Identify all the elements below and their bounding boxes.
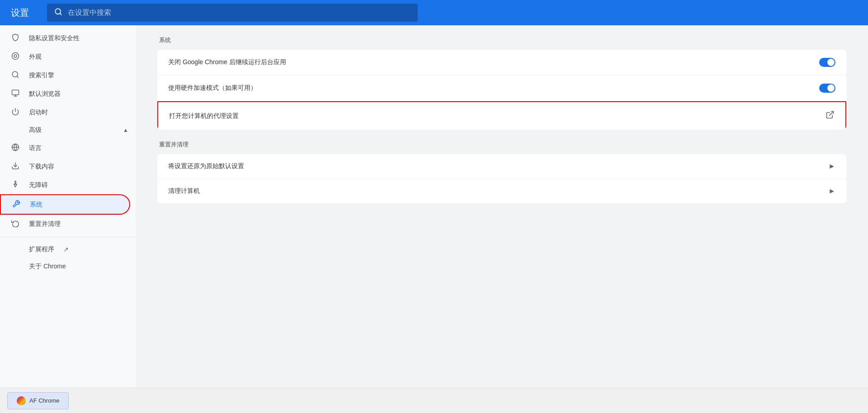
header: 设置 bbox=[0, 0, 868, 25]
sidebar-item-system[interactable]: 系统 bbox=[0, 194, 130, 215]
sidebar-divider bbox=[0, 237, 136, 237]
sidebar-item-search-label: 搜索引擎 bbox=[29, 71, 123, 80]
sidebar-item-system-label: 系统 bbox=[30, 201, 122, 209]
sidebar: 隐私设置和安全性 外观 搜索引擎 默认浏览器 启动时 bbox=[0, 25, 136, 388]
background-apps-label: 关闭 Google Chrome 后继续运行后台应用 bbox=[168, 58, 819, 66]
search-small-icon bbox=[11, 70, 20, 80]
sidebar-item-accessibility-label: 无障碍 bbox=[29, 181, 123, 189]
svg-line-5 bbox=[17, 76, 18, 77]
search-input[interactable] bbox=[68, 9, 410, 17]
restore-defaults-row[interactable]: 将设置还原为原始默认设置 ► bbox=[157, 154, 846, 179]
chrome-icon bbox=[17, 396, 26, 405]
svg-point-13 bbox=[15, 181, 16, 183]
sidebar-item-language[interactable]: 语言 bbox=[0, 139, 130, 157]
hardware-acceleration-label: 使用硬件加速模式（如果可用） bbox=[168, 84, 819, 92]
download-icon bbox=[11, 162, 20, 171]
background-apps-toggle[interactable] bbox=[819, 58, 835, 67]
restore-defaults-label: 将设置还原为原始默认设置 bbox=[168, 162, 828, 170]
sidebar-item-default-browser-label: 默认浏览器 bbox=[29, 90, 123, 98]
clean-computer-arrow: ► bbox=[828, 187, 835, 195]
sidebar-advanced-section[interactable]: 高级 ▲ bbox=[0, 122, 136, 139]
sidebar-link-about-label: 关于 Chrome bbox=[29, 263, 66, 271]
sidebar-item-search[interactable]: 搜索引擎 bbox=[0, 66, 130, 84]
reset-section-title: 重置并清理 bbox=[157, 141, 846, 149]
sidebar-item-reset[interactable]: 重置并清理 bbox=[0, 215, 130, 233]
sidebar-item-startup-label: 启动时 bbox=[29, 108, 123, 117]
sidebar-item-reset-label: 重置并清理 bbox=[29, 220, 123, 228]
sidebar-item-downloads[interactable]: 下载内容 bbox=[0, 157, 130, 176]
sidebar-link-about[interactable]: 关于 Chrome bbox=[0, 258, 136, 275]
browser-icon bbox=[11, 89, 20, 99]
toggle-on[interactable] bbox=[819, 58, 835, 67]
external-link-icon bbox=[826, 112, 835, 121]
toggle-on-2[interactable] bbox=[819, 84, 835, 93]
proxy-row[interactable]: 打开您计算机的代理设置 bbox=[157, 101, 846, 130]
clean-computer-label: 清理计算机 bbox=[168, 187, 828, 195]
main-content: 系统 关闭 Google Chrome 后继续运行后台应用 使用硬件加速模式（如… bbox=[136, 25, 868, 388]
proxy-external-link[interactable] bbox=[826, 110, 835, 122]
taskbar-app-chrome[interactable]: AF Chrome bbox=[7, 392, 69, 409]
sidebar-link-extensions[interactable]: 扩展程序 ↗ bbox=[0, 241, 136, 258]
svg-line-1 bbox=[60, 13, 61, 14]
background-apps-row[interactable]: 关闭 Google Chrome 后继续运行后台应用 bbox=[157, 50, 846, 75]
page-title: 设置 bbox=[11, 7, 29, 19]
body: 隐私设置和安全性 外观 搜索引擎 默认浏览器 启动时 bbox=[0, 25, 868, 388]
taskbar: AF Chrome bbox=[0, 388, 868, 413]
sidebar-advanced-label: 高级 bbox=[29, 126, 114, 134]
power-icon bbox=[11, 108, 20, 117]
sidebar-item-privacy[interactable]: 隐私设置和安全性 bbox=[0, 29, 130, 47]
shield-icon bbox=[11, 33, 20, 43]
clean-computer-row[interactable]: 清理计算机 ► bbox=[157, 179, 846, 203]
sidebar-item-default-browser[interactable]: 默认浏览器 bbox=[0, 84, 130, 103]
wrench-icon bbox=[12, 200, 21, 209]
system-section-title: 系统 bbox=[157, 36, 846, 44]
search-bar[interactable] bbox=[47, 4, 418, 22]
ext-link-small-icon: ↗ bbox=[63, 246, 69, 253]
taskbar-app-label: AF Chrome bbox=[29, 397, 59, 404]
reset-settings-card: 将设置还原为原始默认设置 ► 清理计算机 ► bbox=[157, 154, 846, 203]
proxy-label: 打开您计算机的代理设置 bbox=[169, 112, 826, 120]
sidebar-item-appearance[interactable]: 外观 bbox=[0, 47, 130, 66]
sidebar-item-appearance-label: 外观 bbox=[29, 53, 123, 61]
reset-icon bbox=[11, 219, 20, 229]
search-icon bbox=[54, 8, 62, 18]
palette-icon bbox=[11, 52, 20, 61]
globe-icon bbox=[11, 143, 20, 153]
sidebar-item-privacy-label: 隐私设置和安全性 bbox=[29, 34, 123, 42]
restore-defaults-arrow: ► bbox=[828, 162, 835, 170]
svg-rect-6 bbox=[12, 90, 19, 95]
svg-point-2 bbox=[12, 53, 19, 60]
sidebar-item-downloads-label: 下载内容 bbox=[29, 163, 123, 171]
svg-line-15 bbox=[829, 112, 833, 116]
chevron-up-icon: ▲ bbox=[123, 127, 128, 133]
sidebar-item-language-label: 语言 bbox=[29, 144, 123, 152]
sidebar-item-accessibility[interactable]: 无障碍 bbox=[0, 176, 130, 194]
sidebar-item-startup[interactable]: 启动时 bbox=[0, 103, 130, 122]
hardware-acceleration-toggle[interactable] bbox=[819, 84, 835, 93]
hardware-acceleration-row[interactable]: 使用硬件加速模式（如果可用） bbox=[157, 75, 846, 101]
accessibility-icon bbox=[11, 180, 20, 190]
system-settings-card: 关闭 Google Chrome 后继续运行后台应用 使用硬件加速模式（如果可用… bbox=[157, 50, 846, 130]
svg-point-3 bbox=[14, 55, 17, 57]
sidebar-link-extensions-label: 扩展程序 bbox=[29, 245, 54, 253]
